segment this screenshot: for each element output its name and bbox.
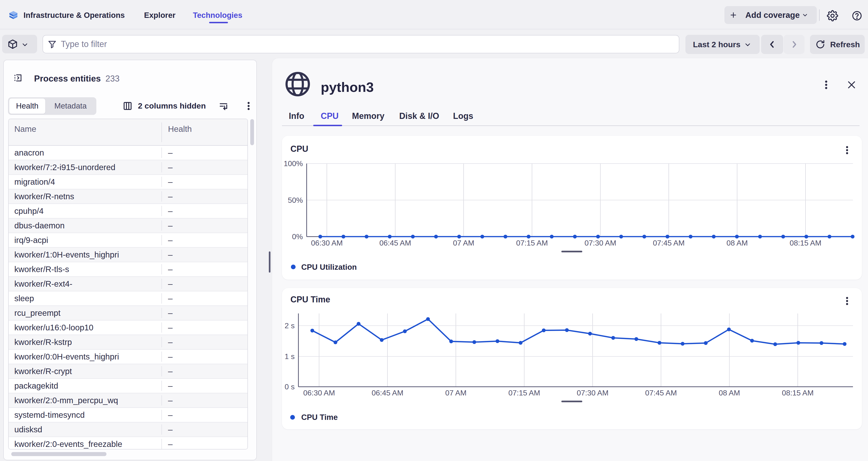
svg-text:06:45 AM: 06:45 AM: [379, 239, 411, 247]
svg-text:07 AM: 07 AM: [453, 239, 474, 247]
svg-text:07:15 AM: 07:15 AM: [516, 239, 548, 247]
svg-text:06:30 AM: 06:30 AM: [311, 239, 343, 247]
svg-text:08:15 AM: 08:15 AM: [782, 389, 813, 397]
svg-text:50%: 50%: [288, 196, 303, 205]
svg-text:2 s: 2 s: [284, 321, 294, 330]
svg-text:07:30 AM: 07:30 AM: [584, 239, 616, 247]
svg-text:CPU Utilization: CPU Utilization: [301, 263, 357, 271]
svg-text:07:15 AM: 07:15 AM: [508, 389, 540, 397]
svg-text:06:45 AM: 06:45 AM: [372, 389, 403, 397]
svg-text:07:45 AM: 07:45 AM: [645, 389, 677, 397]
svg-text:07 AM: 07 AM: [445, 389, 467, 397]
svg-text:07:30 AM: 07:30 AM: [577, 389, 608, 397]
svg-text:08 AM: 08 AM: [719, 389, 740, 397]
svg-text:0 s: 0 s: [284, 382, 294, 391]
svg-text:07:45 AM: 07:45 AM: [653, 239, 684, 247]
svg-text:0%: 0%: [292, 233, 303, 241]
svg-text:06:30 AM: 06:30 AM: [303, 389, 335, 397]
svg-text:1 s: 1 s: [284, 352, 294, 361]
svg-text:CPU Time: CPU Time: [301, 413, 338, 422]
svg-text:08:15 AM: 08:15 AM: [789, 239, 821, 247]
svg-text:100%: 100%: [284, 159, 303, 168]
svg-text:08 AM: 08 AM: [726, 239, 748, 247]
